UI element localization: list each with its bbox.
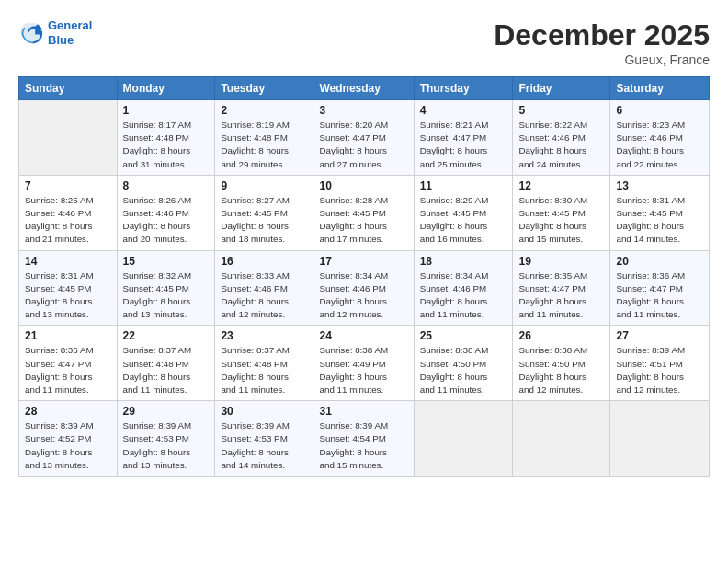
col-header-saturday: Saturday xyxy=(610,77,710,100)
calendar-cell xyxy=(513,401,610,477)
day-info: Sunrise: 8:27 AMSunset: 4:45 PMDaylight:… xyxy=(221,194,307,247)
day-number: 5 xyxy=(518,104,604,117)
day-info: Sunrise: 8:31 AMSunset: 4:45 PMDaylight:… xyxy=(25,270,111,322)
day-number: 17 xyxy=(319,255,407,268)
calendar-cell: 31Sunrise: 8:39 AMSunset: 4:54 PMDayligh… xyxy=(313,401,414,477)
day-info: Sunrise: 8:38 AMSunset: 4:50 PMDaylight:… xyxy=(420,344,507,396)
calendar-cell: 14Sunrise: 8:31 AMSunset: 4:45 PMDayligh… xyxy=(19,250,118,326)
day-number: 10 xyxy=(319,179,407,192)
calendar-cell: 17Sunrise: 8:34 AMSunset: 4:46 PMDayligh… xyxy=(313,250,414,326)
day-info: Sunrise: 8:28 AMSunset: 4:45 PMDaylight:… xyxy=(319,194,407,247)
day-number: 11 xyxy=(420,179,507,192)
day-info: Sunrise: 8:37 AMSunset: 4:48 PMDaylight:… xyxy=(123,344,210,396)
logo-text-line2: Blue xyxy=(48,33,92,48)
day-info: Sunrise: 8:25 AMSunset: 4:46 PMDaylight:… xyxy=(25,194,111,247)
day-info: Sunrise: 8:32 AMSunset: 4:45 PMDaylight:… xyxy=(123,270,210,322)
logo: General Blue xyxy=(18,18,92,47)
day-number: 20 xyxy=(616,255,703,268)
calendar-cell xyxy=(610,401,710,477)
day-info: Sunrise: 8:20 AMSunset: 4:47 PMDaylight:… xyxy=(319,119,407,171)
day-number: 3 xyxy=(319,104,407,117)
day-info: Sunrise: 8:22 AMSunset: 4:46 PMDaylight:… xyxy=(518,119,604,171)
day-number: 21 xyxy=(25,329,111,342)
calendar-cell xyxy=(19,100,118,176)
day-info: Sunrise: 8:39 AMSunset: 4:54 PMDaylight:… xyxy=(319,419,407,472)
calendar-cell: 3Sunrise: 8:20 AMSunset: 4:47 PMDaylight… xyxy=(313,100,414,176)
day-info: Sunrise: 8:36 AMSunset: 4:47 PMDaylight:… xyxy=(25,344,111,396)
calendar-cell: 20Sunrise: 8:36 AMSunset: 4:47 PMDayligh… xyxy=(610,250,710,326)
day-info: Sunrise: 8:33 AMSunset: 4:46 PMDaylight:… xyxy=(221,270,307,322)
day-info: Sunrise: 8:29 AMSunset: 4:45 PMDaylight:… xyxy=(420,194,507,247)
day-info: Sunrise: 8:21 AMSunset: 4:47 PMDaylight:… xyxy=(420,119,507,171)
calendar-cell: 12Sunrise: 8:30 AMSunset: 4:45 PMDayligh… xyxy=(513,175,610,250)
calendar-cell: 22Sunrise: 8:37 AMSunset: 4:48 PMDayligh… xyxy=(117,326,215,401)
col-header-sunday: Sunday xyxy=(19,77,118,100)
day-number: 9 xyxy=(221,179,307,192)
calendar-cell: 18Sunrise: 8:34 AMSunset: 4:46 PMDayligh… xyxy=(414,250,513,326)
calendar-cell: 27Sunrise: 8:39 AMSunset: 4:51 PMDayligh… xyxy=(610,326,710,401)
calendar-cell: 11Sunrise: 8:29 AMSunset: 4:45 PMDayligh… xyxy=(414,175,513,250)
calendar-cell: 1Sunrise: 8:17 AMSunset: 4:48 PMDaylight… xyxy=(117,100,215,176)
day-info: Sunrise: 8:26 AMSunset: 4:46 PMDaylight:… xyxy=(123,194,210,247)
calendar-cell: 28Sunrise: 8:39 AMSunset: 4:52 PMDayligh… xyxy=(19,401,118,477)
day-number: 30 xyxy=(221,405,307,418)
calendar-cell xyxy=(414,401,513,477)
day-number: 28 xyxy=(25,405,111,418)
col-header-monday: Monday xyxy=(117,77,215,100)
day-info: Sunrise: 8:35 AMSunset: 4:47 PMDaylight:… xyxy=(518,270,604,322)
day-number: 15 xyxy=(123,255,210,268)
calendar-cell: 5Sunrise: 8:22 AMSunset: 4:46 PMDaylight… xyxy=(513,100,610,176)
calendar-cell: 4Sunrise: 8:21 AMSunset: 4:47 PMDaylight… xyxy=(414,100,513,176)
day-info: Sunrise: 8:23 AMSunset: 4:46 PMDaylight:… xyxy=(616,119,703,171)
day-number: 16 xyxy=(221,255,307,268)
calendar-cell: 15Sunrise: 8:32 AMSunset: 4:45 PMDayligh… xyxy=(117,250,215,326)
day-info: Sunrise: 8:39 AMSunset: 4:53 PMDaylight:… xyxy=(123,419,210,472)
day-number: 12 xyxy=(518,179,604,192)
day-number: 4 xyxy=(420,104,507,117)
calendar-cell: 7Sunrise: 8:25 AMSunset: 4:46 PMDaylight… xyxy=(19,175,118,250)
calendar-cell: 13Sunrise: 8:31 AMSunset: 4:45 PMDayligh… xyxy=(610,175,710,250)
col-header-wednesday: Wednesday xyxy=(313,77,414,100)
calendar-cell: 19Sunrise: 8:35 AMSunset: 4:47 PMDayligh… xyxy=(513,250,610,326)
calendar-cell: 26Sunrise: 8:38 AMSunset: 4:50 PMDayligh… xyxy=(513,326,610,401)
day-info: Sunrise: 8:39 AMSunset: 4:51 PMDaylight:… xyxy=(616,344,703,396)
calendar-cell: 30Sunrise: 8:39 AMSunset: 4:53 PMDayligh… xyxy=(215,401,313,477)
calendar-table: SundayMondayTuesdayWednesdayThursdayFrid… xyxy=(18,76,710,477)
day-number: 7 xyxy=(25,179,111,192)
calendar-cell: 29Sunrise: 8:39 AMSunset: 4:53 PMDayligh… xyxy=(117,401,215,477)
calendar-cell: 8Sunrise: 8:26 AMSunset: 4:46 PMDaylight… xyxy=(117,175,215,250)
calendar-cell: 21Sunrise: 8:36 AMSunset: 4:47 PMDayligh… xyxy=(19,326,118,401)
day-info: Sunrise: 8:34 AMSunset: 4:46 PMDaylight:… xyxy=(319,270,407,322)
day-number: 26 xyxy=(518,329,604,342)
day-number: 25 xyxy=(420,329,507,342)
day-info: Sunrise: 8:19 AMSunset: 4:48 PMDaylight:… xyxy=(221,119,307,171)
day-info: Sunrise: 8:38 AMSunset: 4:49 PMDaylight:… xyxy=(319,344,407,396)
month-title: December 2025 xyxy=(494,18,710,52)
day-number: 1 xyxy=(123,104,210,117)
calendar-cell: 2Sunrise: 8:19 AMSunset: 4:48 PMDaylight… xyxy=(215,100,313,176)
day-number: 22 xyxy=(123,329,210,342)
day-number: 14 xyxy=(25,255,111,268)
calendar-cell: 9Sunrise: 8:27 AMSunset: 4:45 PMDaylight… xyxy=(215,175,313,250)
day-number: 18 xyxy=(420,255,507,268)
day-info: Sunrise: 8:36 AMSunset: 4:47 PMDaylight:… xyxy=(616,270,703,322)
day-number: 19 xyxy=(518,255,604,268)
col-header-tuesday: Tuesday xyxy=(215,77,313,100)
day-number: 8 xyxy=(123,179,210,192)
day-number: 24 xyxy=(319,329,407,342)
logo-icon xyxy=(18,20,44,46)
day-info: Sunrise: 8:17 AMSunset: 4:48 PMDaylight:… xyxy=(123,119,210,171)
day-info: Sunrise: 8:31 AMSunset: 4:45 PMDaylight:… xyxy=(616,194,703,247)
day-info: Sunrise: 8:39 AMSunset: 4:53 PMDaylight:… xyxy=(221,419,307,472)
day-number: 31 xyxy=(319,405,407,418)
calendar-cell: 24Sunrise: 8:38 AMSunset: 4:49 PMDayligh… xyxy=(313,326,414,401)
calendar-cell: 25Sunrise: 8:38 AMSunset: 4:50 PMDayligh… xyxy=(414,326,513,401)
calendar-cell: 23Sunrise: 8:37 AMSunset: 4:48 PMDayligh… xyxy=(215,326,313,401)
day-number: 13 xyxy=(616,179,703,192)
day-number: 27 xyxy=(616,329,703,342)
page-header: General Blue December 2025 Gueux, France xyxy=(18,18,710,67)
col-header-thursday: Thursday xyxy=(414,77,513,100)
calendar-cell: 6Sunrise: 8:23 AMSunset: 4:46 PMDaylight… xyxy=(610,100,710,176)
day-number: 6 xyxy=(616,104,703,117)
logo-text-line1: General xyxy=(48,18,92,33)
